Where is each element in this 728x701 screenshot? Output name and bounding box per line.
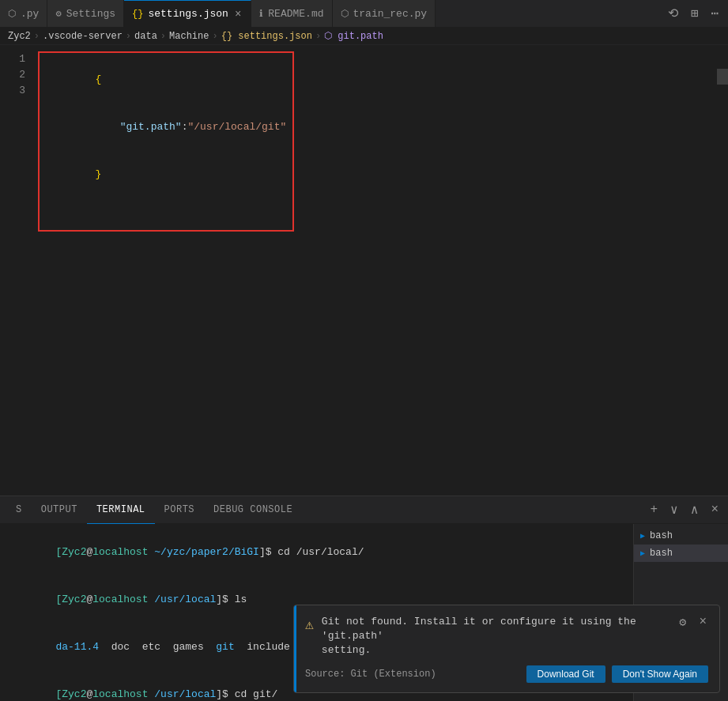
tab-problems[interactable]: S	[6, 496, 32, 524]
breadcrumb-settings-json[interactable]: {} settings.json	[221, 31, 312, 42]
bash-label-2: bash	[650, 548, 673, 559]
close-tab-icon[interactable]: ×	[233, 8, 243, 21]
notification-message: Git not found. Install it or configure i…	[322, 615, 669, 658]
tab-settings-label: Settings	[66, 8, 115, 20]
terminal-panel: S OUTPUT TERMINAL PORTS DEBUG CONSOLE + …	[0, 496, 728, 701]
scrollbar-thumb[interactable]	[717, 69, 728, 85]
warning-icon: ⚠	[305, 616, 314, 633]
tab-py-label: .py	[21, 8, 39, 20]
bash-arrow-icon-2: ▶	[640, 548, 645, 558]
tab-ports[interactable]: PORTS	[155, 496, 205, 524]
tab-terminal[interactable]: TERMINAL	[87, 496, 155, 524]
tab-py[interactable]: ⬡ .py	[0, 0, 47, 27]
terminal-split-icon[interactable]: ∨	[667, 500, 681, 519]
notification-accent-bar	[294, 605, 296, 692]
notification-popup: ⚠ Git not found. Install it or configure…	[293, 605, 720, 693]
new-terminal-icon[interactable]: +	[647, 501, 662, 518]
breadcrumb: Zyc2 › .vscode-server › data › Machine ›…	[0, 28, 728, 45]
notification-settings-icon[interactable]: ⚙	[676, 615, 689, 630]
tab-settings-json[interactable]: {} settings.json ×	[124, 0, 251, 27]
tab-readme[interactable]: ℹ README.md	[251, 0, 332, 27]
breadcrumb-vscode-server[interactable]: .vscode-server	[43, 31, 123, 42]
tab-readme-label: README.md	[268, 8, 323, 20]
terminal-line-1: [Zyc2@localhost ~/yzc/paper2/BiGI]$ cd /…	[6, 529, 627, 576]
breadcrumb-machine[interactable]: Machine	[169, 31, 209, 42]
code-highlight-region: { "git.path":"/usr/local/git" }	[38, 51, 294, 232]
download-git-button[interactable]: Download Git	[526, 665, 605, 683]
code-line-3: }	[46, 151, 286, 198]
info-icon: ℹ	[259, 8, 263, 20]
code-line-1: {	[46, 56, 286, 104]
notification-body: ⚠ Git not found. Install it or configure…	[305, 615, 708, 658]
panel-tab-bar: S OUTPUT TERMINAL PORTS DEBUG CONSOLE + …	[0, 496, 728, 524]
tab-train-label: train_rec.py	[353, 8, 428, 20]
bash-session-2[interactable]: ▶ bash	[634, 545, 728, 562]
dont-show-again-button[interactable]: Don't Show Again	[612, 665, 708, 683]
breadcrumb-root[interactable]: Zyc2	[8, 31, 31, 42]
json-icon: {}	[132, 9, 143, 20]
terminal-close-icon[interactable]: ×	[707, 501, 722, 518]
editor-area: 1 2 3 { "git.path":"/usr/local/git" }	[0, 45, 728, 488]
tab-settings[interactable]: ⚙ Settings	[47, 0, 124, 27]
breadcrumb-git-path[interactable]: ⬡ git.path	[324, 30, 383, 42]
tab-bar: ⬡ .py ⚙ Settings {} settings.json × ℹ RE…	[0, 0, 728, 28]
tab-train[interactable]: ⬡ train_rec.py	[333, 0, 436, 27]
gear-icon: ⚙	[55, 8, 61, 20]
history-icon[interactable]: ⟲	[665, 4, 681, 23]
tab-debug-console[interactable]: DEBUG CONSOLE	[204, 496, 302, 524]
bash-label-1: bash	[650, 530, 673, 541]
notification-close-icon[interactable]: ×	[697, 615, 708, 629]
split-editor-icon[interactable]: ⊞	[688, 4, 702, 23]
notification-buttons: Download Git Don't Show Again	[526, 665, 708, 683]
code-line-2: "git.path":"/usr/local/git"	[46, 104, 286, 151]
bash-session-1[interactable]: ▶ bash	[634, 527, 728, 545]
py-icon: ⬡	[8, 8, 16, 20]
more-actions-icon[interactable]: ⋯	[707, 4, 722, 23]
tab-output[interactable]: OUTPUT	[32, 496, 87, 524]
bash-arrow-icon-1: ▶	[640, 531, 645, 541]
train-py-icon: ⬡	[341, 8, 349, 20]
terminal-maximize-icon[interactable]: ∧	[688, 500, 702, 519]
breadcrumb-data[interactable]: data	[134, 31, 157, 42]
line-numbers: 1 2 3	[0, 45, 32, 488]
tab-settings-json-label: settings.json	[148, 8, 228, 20]
code-editor[interactable]: { "git.path":"/usr/local/git" }	[32, 45, 728, 488]
notification-source: Source: Git (Extension)	[305, 669, 436, 680]
notification-footer: Source: Git (Extension) Download Git Don…	[305, 665, 708, 683]
